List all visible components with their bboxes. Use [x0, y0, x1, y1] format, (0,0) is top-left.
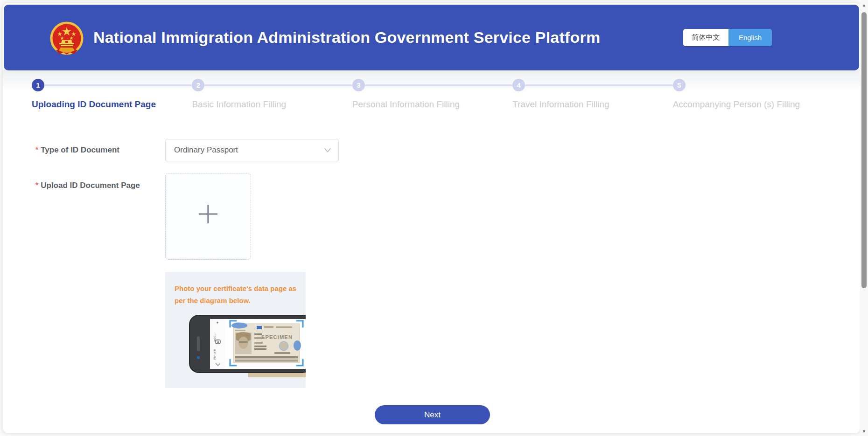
step-number-circle: 1	[32, 79, 44, 91]
photo-hint-text: Photo your certificate's data page as pe…	[175, 283, 301, 307]
required-marker: *	[35, 181, 38, 189]
stepper-step-2: 2Basic Information Filling	[192, 79, 352, 123]
plus-icon	[198, 204, 218, 224]
language-switcher: 简体中文 English	[683, 29, 772, 46]
svg-text:9:41 AM: 9:41 AM	[213, 349, 216, 360]
lang-chinese-button[interactable]: 简体中文	[683, 29, 728, 46]
next-button[interactable]: Next	[375, 405, 490, 424]
scrollbar-thumb[interactable]	[861, 12, 867, 288]
id-type-selected-value: Ordinary Passport	[174, 145, 324, 155]
national-emblem-icon	[49, 21, 84, 56]
stepper-step-1: 1Uploading ID Document Page	[32, 79, 192, 123]
upload-dropzone[interactable]	[165, 173, 251, 260]
step-connector-line	[204, 84, 352, 86]
step-number-circle: 3	[352, 79, 365, 91]
step-number-circle: 2	[192, 79, 204, 91]
step-number-circle: 5	[673, 79, 686, 91]
step-label: Travel Information Filling	[512, 99, 672, 110]
step-label: Uploading ID Document Page	[32, 99, 192, 110]
step-connector-line	[44, 84, 192, 86]
chevron-down-icon	[324, 148, 331, 152]
lang-english-button[interactable]: English	[728, 29, 772, 46]
page-card: National Immigration Administration Gove…	[3, 3, 860, 433]
scroll-down-arrow-icon[interactable]: ▼	[860, 427, 868, 435]
step-connector-line	[525, 84, 672, 86]
id-type-select[interactable]: Ordinary Passport	[165, 139, 339, 161]
vertical-scrollbar: ▲ ▼	[860, 0, 868, 436]
stepper-step-3: 3Personal Information Filling	[352, 79, 512, 123]
svg-text:SPECIMEN: SPECIMEN	[261, 334, 293, 340]
required-marker: *	[35, 146, 38, 154]
phone-scan-diagram: + 100% 9:41 AM SPECIMEN	[183, 313, 306, 378]
step-label: Basic Information Filling	[192, 99, 352, 110]
type-of-id-label: *Type of ID Document	[35, 145, 119, 155]
step-label: Accompanying Person (s) Filling	[673, 99, 833, 110]
page-title: National Immigration Administration Gove…	[93, 5, 600, 70]
photo-hint-panel: Photo your certificate's data page as pe…	[165, 272, 306, 388]
header-banner: National Immigration Administration Gove…	[4, 5, 859, 70]
stepper-step-4: 4Travel Information Filling	[512, 79, 672, 123]
step-number-circle: 4	[512, 79, 525, 91]
upload-id-label: *Upload ID Document Page	[35, 181, 140, 190]
svg-text:+: +	[216, 320, 218, 325]
step-label: Personal Information Filling	[352, 99, 512, 110]
scroll-up-arrow-icon[interactable]: ▲	[860, 1, 868, 9]
step-connector-line	[365, 84, 512, 86]
stepper: 1Uploading ID Document Page2Basic Inform…	[32, 79, 833, 123]
stepper-step-5: 5Accompanying Person (s) Filling	[673, 79, 833, 123]
